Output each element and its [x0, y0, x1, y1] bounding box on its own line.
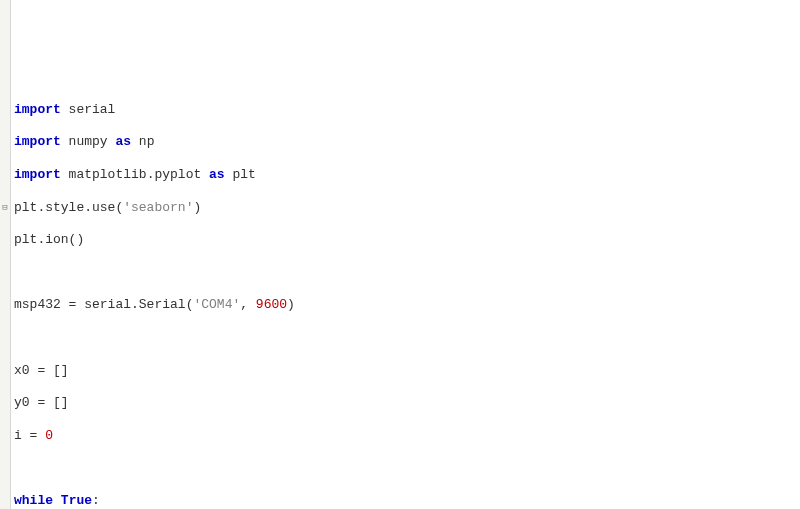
boolean: True: [61, 493, 92, 508]
code-editor: ⊟ import serial import numpy as np impor…: [0, 0, 800, 509]
keyword: as: [209, 167, 225, 182]
keyword: while: [14, 493, 53, 508]
code-line: x0 = []: [14, 363, 800, 379]
number: 0: [45, 428, 53, 443]
number: 9600: [256, 297, 287, 312]
string: 'seaborn': [123, 200, 193, 215]
string: 'COM4': [193, 297, 240, 312]
keyword: as: [115, 134, 131, 149]
code-line: import serial: [14, 102, 800, 118]
gutter: [0, 0, 11, 509]
fold-marker[interactable]: ⊟: [1, 200, 9, 216]
code-line: y0 = []: [14, 395, 800, 411]
code-line: while True:: [14, 493, 800, 509]
code-line: plt.style.use('seaborn'): [14, 200, 800, 216]
keyword: import: [14, 102, 61, 117]
code-block: import serial import numpy as np import …: [14, 85, 800, 509]
code-line: msp432 = serial.Serial('COM4', 9600): [14, 297, 800, 313]
code-line: [14, 330, 800, 346]
code-line: plt.ion(): [14, 232, 800, 248]
code-line: import matplotlib.pyplot as plt: [14, 167, 800, 183]
keyword: import: [14, 134, 61, 149]
code-line: [14, 265, 800, 281]
code-line: [14, 460, 800, 476]
keyword: import: [14, 167, 61, 182]
code-line: i = 0: [14, 428, 800, 444]
code-line: import numpy as np: [14, 134, 800, 150]
